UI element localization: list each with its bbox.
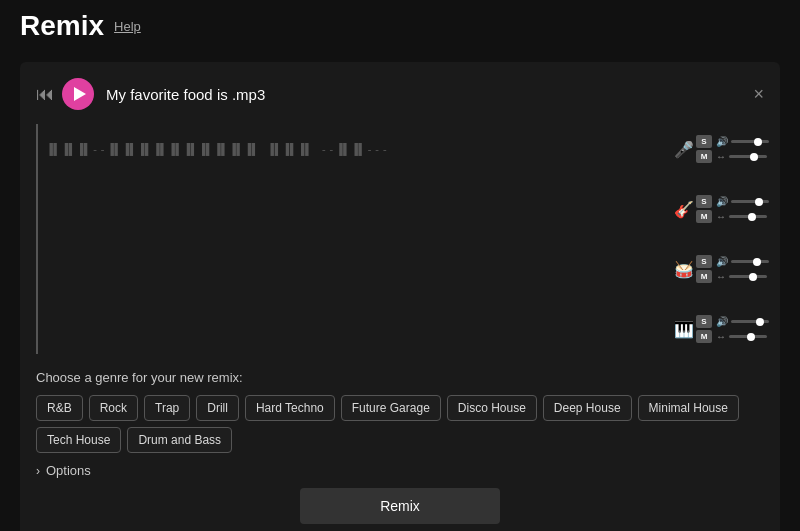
drums-icon: 🥁 [674, 260, 692, 279]
slider-track-pan-3 [729, 275, 767, 278]
pan-slider-2[interactable]: ↔ [716, 211, 769, 222]
genre-tag-tech-house[interactable]: Tech House [36, 427, 121, 453]
sliders-4: 🔊 ↔ [716, 316, 769, 342]
slider-track-pan-4 [729, 335, 767, 338]
genre-tag-future-garage[interactable]: Future Garage [341, 395, 441, 421]
volume-icon-2: 🔊 [716, 196, 728, 207]
piano-icon: 🎹 [674, 320, 692, 339]
genre-tag-drill[interactable]: Drill [196, 395, 239, 421]
guitar-icon: 🎸 [674, 200, 692, 219]
track-control-2: 🎸 S M 🔊 ↔ [674, 184, 764, 234]
mute-button-1[interactable]: M [696, 150, 712, 163]
volume-slider-3[interactable]: 🔊 [716, 256, 769, 267]
slider-track-3 [731, 260, 769, 263]
pan-slider-4[interactable]: ↔ [716, 331, 769, 342]
slider-track-2 [731, 200, 769, 203]
genre-section: Choose a genre for your new remix: R&BRo… [36, 370, 764, 453]
mute-button-4[interactable]: M [696, 330, 712, 343]
waveform-visual-1: ▐▌▐▌▐▌--▐▌▐▌▐▌▐▌▐▌▐▌▐▌▐▌▐▌▐▌ ▐▌▐▌▐▌ --▐▌… [46, 143, 389, 156]
volume-icon-3: 🔊 [716, 256, 728, 267]
volume-icon-1: 🔊 [716, 136, 728, 147]
genre-tags: R&BRockTrapDrillHard TechnoFuture Garage… [36, 395, 764, 453]
slider-track-1 [731, 140, 769, 143]
waveform-track-3 [38, 224, 664, 274]
main-panel: ⏮ My favorite food is .mp3 × ▐▌▐▌▐▌--▐▌▐… [20, 62, 780, 531]
sm-buttons-2: S M [696, 195, 712, 223]
volume-slider-2[interactable]: 🔊 [716, 196, 769, 207]
genre-label: Choose a genre for your new remix: [36, 370, 764, 385]
genre-tag-trap[interactable]: Trap [144, 395, 190, 421]
mute-button-2[interactable]: M [696, 210, 712, 223]
genre-tag-deep-house[interactable]: Deep House [543, 395, 632, 421]
header: Remix Help [0, 0, 800, 52]
volume-slider-4[interactable]: 🔊 [716, 316, 769, 327]
solo-button-4[interactable]: S [696, 315, 712, 328]
solo-button-1[interactable]: S [696, 135, 712, 148]
track-name: My favorite food is .mp3 [106, 86, 753, 103]
genre-tag-drum-and-bass[interactable]: Drum and Bass [127, 427, 232, 453]
genre-tag-randb[interactable]: R&B [36, 395, 83, 421]
play-icon [74, 87, 86, 101]
player-row: ⏮ My favorite food is .mp3 × [36, 78, 764, 110]
pan-icon-2: ↔ [716, 211, 726, 222]
pan-slider-3[interactable]: ↔ [716, 271, 769, 282]
genre-tag-minimal-house[interactable]: Minimal House [638, 395, 739, 421]
help-link[interactable]: Help [114, 19, 141, 34]
genre-tag-disco-house[interactable]: Disco House [447, 395, 537, 421]
track-control-4: 🎹 S M 🔊 ↔ [674, 304, 764, 354]
sliders-2: 🔊 ↔ [716, 196, 769, 222]
controls-panel: 🎤 S M 🔊 ↔ [674, 124, 764, 354]
options-label: Options [46, 463, 91, 478]
sliders-3: 🔊 ↔ [716, 256, 769, 282]
app-title: Remix [20, 10, 104, 42]
pan-icon-3: ↔ [716, 271, 726, 282]
pan-icon-1: ↔ [716, 151, 726, 162]
mute-button-3[interactable]: M [696, 270, 712, 283]
volume-icon-4: 🔊 [716, 316, 728, 327]
skip-back-button[interactable]: ⏮ [36, 84, 54, 105]
waveform-track-2 [38, 174, 664, 224]
sliders-1: 🔊 ↔ [716, 136, 769, 162]
waveform-area: ▐▌▐▌▐▌--▐▌▐▌▐▌▐▌▐▌▐▌▐▌▐▌▐▌▐▌ ▐▌▐▌▐▌ --▐▌… [36, 124, 764, 354]
play-button[interactable] [62, 78, 94, 110]
slider-track-4 [731, 320, 769, 323]
pan-slider-1[interactable]: ↔ [716, 151, 769, 162]
waveform-track-1: ▐▌▐▌▐▌--▐▌▐▌▐▌▐▌▐▌▐▌▐▌▐▌▐▌▐▌ ▐▌▐▌▐▌ --▐▌… [38, 124, 664, 174]
genre-tag-rock[interactable]: Rock [89, 395, 138, 421]
options-row[interactable]: › Options [36, 463, 764, 478]
track-control-3: 🥁 S M 🔊 ↔ [674, 244, 764, 294]
solo-button-2[interactable]: S [696, 195, 712, 208]
slider-track-pan-1 [729, 155, 767, 158]
waveform-track-4 [38, 274, 664, 324]
remix-button[interactable]: Remix [300, 488, 500, 524]
sm-buttons-4: S M [696, 315, 712, 343]
pan-icon-4: ↔ [716, 331, 726, 342]
waveform-tracks: ▐▌▐▌▐▌--▐▌▐▌▐▌▐▌▐▌▐▌▐▌▐▌▐▌▐▌ ▐▌▐▌▐▌ --▐▌… [36, 124, 664, 354]
sm-buttons-1: S M [696, 135, 712, 163]
sm-buttons-3: S M [696, 255, 712, 283]
microphone-icon: 🎤 [674, 140, 692, 159]
genre-tag-hard-techno[interactable]: Hard Techno [245, 395, 335, 421]
chevron-icon: › [36, 464, 40, 478]
volume-slider-1[interactable]: 🔊 [716, 136, 769, 147]
solo-button-3[interactable]: S [696, 255, 712, 268]
remix-button-wrap: Remix [36, 488, 764, 524]
slider-track-pan-2 [729, 215, 767, 218]
close-button[interactable]: × [753, 84, 764, 105]
track-control-1: 🎤 S M 🔊 ↔ [674, 124, 764, 174]
